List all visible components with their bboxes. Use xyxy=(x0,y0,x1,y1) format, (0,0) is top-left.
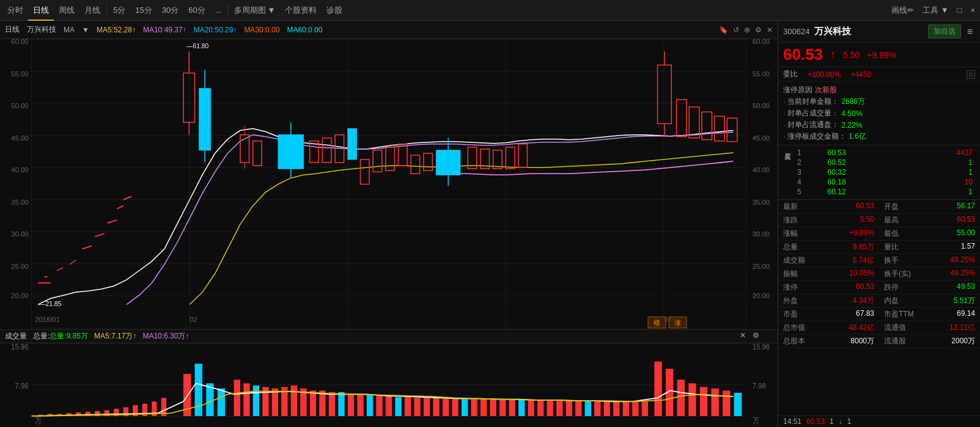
svg-rect-78 xyxy=(518,144,527,167)
svg-rect-141 xyxy=(452,399,458,417)
svg-text:02: 02 xyxy=(190,316,197,323)
settings-icon[interactable]: ⚙ xyxy=(755,26,762,34)
svg-rect-70 xyxy=(424,153,432,170)
tab-fenshi[interactable]: 分时 xyxy=(2,0,28,21)
tab-5min[interactable]: 5分 xyxy=(108,0,130,21)
svg-rect-138 xyxy=(424,398,430,416)
ma-type-label[interactable]: MA xyxy=(64,26,75,34)
svg-rect-162 xyxy=(654,362,661,416)
svg-rect-144 xyxy=(481,400,487,416)
price-chart-svg: 60.00 55.00 50.00 45.00 40.00 35.00 30.0… xyxy=(0,39,778,329)
svg-rect-79 xyxy=(658,65,672,123)
volume-svg: 15.96 7.98 15.96 7.98 万 万 xyxy=(0,343,778,427)
bottom-time-row: 14:51 60.53 1 ↓ 1 xyxy=(778,415,980,427)
tab-60min[interactable]: 60分 xyxy=(183,0,210,21)
stat-shiying-ttm: 市盈TTM 69.14 xyxy=(879,308,980,321)
tab-diagnostics[interactable]: 诊股 xyxy=(322,0,347,21)
svg-line-41 xyxy=(82,246,92,249)
tab-stock-info[interactable]: 个股资料 xyxy=(280,0,322,21)
close-chart-icon[interactable]: ✕ xyxy=(767,26,773,34)
svg-text:50.00: 50.00 xyxy=(11,102,28,109)
expand-icon[interactable]: □ xyxy=(955,5,965,15)
stat-zhangtting: 涨停 60.53 xyxy=(778,281,879,294)
svg-text:60.00: 60.00 xyxy=(11,39,28,45)
svg-rect-154 xyxy=(575,401,581,416)
chart-area: 日线 万兴科技 MA ▼ MA5:52.28↑ MA10:49.37↑ MA20… xyxy=(0,21,778,427)
volume-close-icon[interactable]: ✕ xyxy=(740,331,746,340)
svg-rect-132 xyxy=(367,394,373,416)
add-favorite-button[interactable]: 加自选 xyxy=(928,24,961,38)
svg-line-39 xyxy=(57,268,63,271)
bookmark-icon[interactable]: 🔖 xyxy=(719,26,728,34)
buy-orders-table: 1 60.53 4437 2 60.52 1 3 60.32 1 4 60.18 xyxy=(795,148,975,197)
svg-rect-126 xyxy=(310,390,316,416)
refresh-icon[interactable]: ↺ xyxy=(733,26,739,34)
svg-text:20.00: 20.00 xyxy=(11,293,28,300)
tab-more-periods-dots[interactable]: ... xyxy=(210,0,227,21)
tool-menu[interactable]: 工具 ▼ xyxy=(920,5,951,16)
buy-order-row-4: 4 60.18 10 xyxy=(795,177,975,187)
chart-stock-name: 万兴科技 xyxy=(27,24,56,35)
svg-text:20.00: 20.00 xyxy=(753,293,770,300)
svg-line-44 xyxy=(117,206,123,209)
plus-circle-icon[interactable]: ⊕ xyxy=(744,26,750,34)
ma30-label: MA30:0.00 xyxy=(244,26,279,34)
tab-15min[interactable]: 15分 xyxy=(130,0,157,21)
svg-rect-86 xyxy=(727,118,737,141)
close-icon[interactable]: × xyxy=(968,5,978,15)
tab-monthly[interactable]: 月线 xyxy=(79,0,105,21)
webi-expand-icon[interactable]: □ xyxy=(967,70,975,79)
stat-kaipen: 开盘 56.17 xyxy=(879,200,980,214)
main-content: 日线 万兴科技 MA ▼ MA5:52.28↑ MA10:49.37↑ MA20… xyxy=(0,21,980,427)
zhang-stop-section: 涨停原因 次新股 · 当前封单金额： 2686万 · 封单占成交量： 4.50%… xyxy=(778,82,980,145)
buy-qty-4: 10 xyxy=(904,177,975,187)
svg-rect-128 xyxy=(329,392,335,416)
ma-arrow[interactable]: ▼ xyxy=(82,26,89,34)
svg-rect-57 xyxy=(253,141,262,166)
svg-rect-51 xyxy=(199,89,211,150)
svg-rect-67 xyxy=(386,147,394,170)
svg-text:60.00: 60.00 xyxy=(753,39,770,45)
more-options-icon[interactable]: ≡ xyxy=(965,26,975,37)
webi-row: 委比 +100.00% +4450 □ xyxy=(778,67,980,82)
svg-rect-62 xyxy=(322,138,331,162)
buy-num-2: 2 xyxy=(795,158,825,167)
svg-rect-120 xyxy=(253,385,259,416)
draw-tool[interactable]: 画线✏ xyxy=(889,5,916,16)
buy-price-4: 60.18 xyxy=(825,177,904,187)
tab-daily[interactable]: 日线 xyxy=(28,0,54,21)
svg-rect-64 xyxy=(348,129,356,160)
svg-text:45.00: 45.00 xyxy=(753,134,770,142)
stat-liutonggu: 流通股 2000万 xyxy=(879,335,980,348)
zhang-stop-reason[interactable]: 次新股 xyxy=(815,85,837,95)
stat-zongliang: 总量 9.85万 xyxy=(778,241,879,254)
tab-multi-period[interactable]: 多周期图 ▼ xyxy=(229,0,280,21)
svg-rect-133 xyxy=(376,396,382,416)
svg-rect-124 xyxy=(291,385,297,416)
buy-price-1: 60.53 xyxy=(825,148,904,158)
stat-zongshizhi: 总市值 48.42亿 xyxy=(778,321,879,335)
buy-num-5: 5 xyxy=(795,187,825,197)
right-panel: 300624 万兴科技 加自选 ≡ 60.53 ↑ 5.50 +9.99% 委比… xyxy=(778,21,980,427)
svg-text:楼: 楼 xyxy=(654,319,660,326)
stat-huanshou: 换手 49.25% xyxy=(879,254,980,268)
price-chart-container: 60.00 55.00 50.00 45.00 40.00 35.00 30.0… xyxy=(0,39,778,329)
webi-label: 委比 xyxy=(783,69,798,79)
svg-text:25.00: 25.00 xyxy=(753,263,770,270)
tab-weekly[interactable]: 周线 xyxy=(54,0,79,21)
svg-rect-131 xyxy=(357,394,363,416)
svg-rect-65 xyxy=(360,159,369,184)
stock-header: 300624 万兴科技 加自选 ≡ xyxy=(778,21,980,43)
volume-settings-icon[interactable]: ⚙ xyxy=(753,331,759,340)
tab-30min[interactable]: 30分 xyxy=(157,0,183,21)
zhang-amount-val: 1.6亿 xyxy=(849,131,866,142)
ma10-label: MA10:49.37↑ xyxy=(143,26,186,34)
separator-1 xyxy=(106,4,107,16)
svg-text:55.00: 55.00 xyxy=(11,70,28,78)
svg-rect-66 xyxy=(373,150,381,172)
zhang-stop-reason-row: 涨停原因 次新股 xyxy=(783,84,975,96)
svg-text:15.96: 15.96 xyxy=(11,343,29,351)
svg-rect-149 xyxy=(528,400,534,416)
info-row-2: · 封单占流通盘： 2.22% xyxy=(783,119,975,131)
buy-num-1: 1 xyxy=(795,148,825,158)
